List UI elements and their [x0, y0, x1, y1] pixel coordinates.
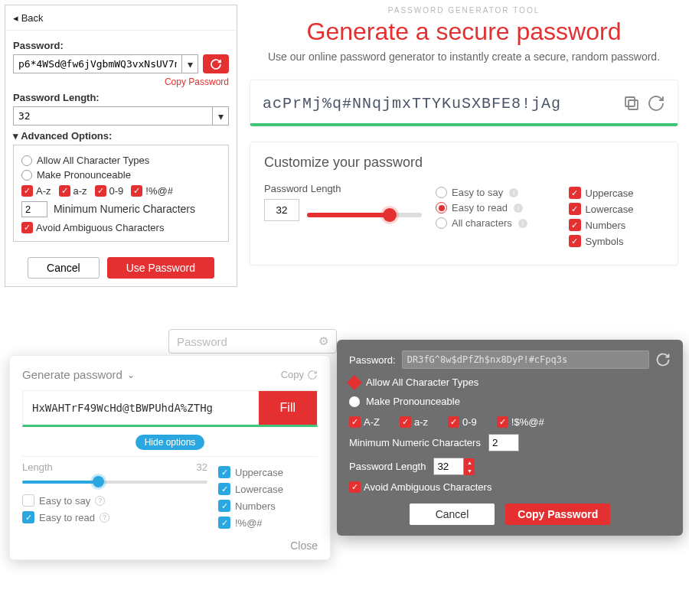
radio-icon — [21, 155, 32, 166]
check-icon: ✓ — [569, 203, 581, 215]
radio-selected-icon — [347, 375, 362, 390]
radio-icon — [436, 217, 447, 229]
password-placeholder: Password — [177, 335, 227, 348]
check-icon: ✓ — [448, 416, 459, 428]
cancel-button[interactable]: Cancel — [28, 257, 100, 279]
check-icon: ✓ — [497, 416, 508, 428]
radio-easy-read[interactable]: Easy to readi — [436, 202, 555, 213]
checkbox-numbers[interactable]: ✓Numbers — [569, 219, 664, 231]
length-field-label: Password Length: — [13, 92, 229, 103]
radio-allow-all[interactable]: Allow All Character Types — [349, 376, 671, 388]
check-icon: ✓ — [569, 219, 581, 231]
back-button[interactable]: ◂ Back — [13, 12, 44, 24]
checkbox-avoid-ambiguous[interactable]: ✓Avoid Ambiguous Characters — [21, 222, 220, 233]
copy-button[interactable]: Copy — [281, 369, 318, 380]
check-icon: ✓ — [218, 500, 230, 512]
checkbox-numbers[interactable]: ✓0-9 — [95, 185, 124, 197]
checkbox-symbols[interactable]: ✓!$%@# — [497, 416, 544, 428]
check-icon: ✓ — [131, 185, 142, 197]
checkbox-symbols[interactable]: ✓!%@# — [218, 517, 318, 529]
check-icon: ✓ — [21, 222, 33, 233]
checkbox-symbols[interactable]: ✓!%@# — [131, 185, 173, 197]
refresh-icon[interactable] — [655, 352, 671, 367]
check-icon: ✓ — [569, 187, 581, 199]
password-field[interactable]: Password ⚙ — [168, 329, 337, 354]
check-icon: ✓ — [218, 466, 230, 478]
checkbox-numbers[interactable]: ✓0-9 — [448, 416, 477, 428]
checkbox-uppercase[interactable]: ✓A-z — [21, 185, 51, 197]
use-password-button[interactable]: Use Password — [107, 257, 214, 279]
stepper-down-icon[interactable]: ▼ — [464, 467, 475, 475]
checkbox-lowercase[interactable]: ✓Lowercase — [218, 483, 318, 495]
checkbox-lowercase[interactable]: ✓a-z — [59, 185, 87, 197]
check-icon: ✓ — [400, 416, 411, 428]
radio-pronounceable[interactable]: Make Pronounceable — [349, 396, 671, 407]
checkbox-avoid-ambiguous[interactable]: ✓Avoid Ambiguous Characters — [349, 481, 671, 493]
generated-password-text: HxWAHTrF49WcHd@tBWPUhdA%ZTHg — [23, 391, 259, 425]
length-slider[interactable] — [307, 213, 422, 217]
length-input[interactable] — [433, 458, 464, 475]
checkbox-numbers[interactable]: ✓Numbers — [218, 500, 318, 512]
length-slider[interactable] — [22, 481, 207, 484]
radio-icon — [21, 170, 32, 181]
regenerate-button[interactable] — [203, 54, 229, 73]
min-numeric-input[interactable] — [21, 201, 47, 217]
advanced-options-header[interactable]: ▾ Advanced Options: — [13, 130, 229, 142]
length-input[interactable] — [13, 106, 212, 125]
checkbox-lowercase[interactable]: ✓Lowercase — [569, 203, 664, 215]
check-icon: ✓ — [218, 483, 230, 495]
password-generator-dark-popup: Password: DR3fG^8w$dPfZh$nx8DyP!#cFpq3s … — [337, 340, 683, 536]
page-subtitle: Use our online password generator to ins… — [245, 51, 683, 63]
check-icon: ✓ — [21, 185, 33, 197]
stepper-up-icon[interactable]: ▲ — [464, 458, 475, 467]
chevron-down-icon[interactable]: ⌄ — [127, 370, 135, 380]
length-dropdown[interactable]: ▾ — [212, 106, 229, 125]
checkbox-easy-say[interactable]: ✓Easy to say? — [22, 494, 207, 507]
length-stepper[interactable]: ▲▼ — [433, 458, 475, 475]
checkbox-lowercase[interactable]: ✓a-z — [400, 416, 428, 428]
check-icon: ✓ — [218, 517, 230, 529]
check-icon: ✓ — [349, 481, 361, 493]
checkbox-easy-read[interactable]: ✓Easy to read? — [22, 511, 207, 523]
check-icon: ✓ — [22, 511, 34, 523]
info-icon[interactable]: i — [514, 204, 523, 213]
info-icon[interactable]: i — [518, 219, 527, 228]
copy-password-button[interactable]: Copy Password — [505, 504, 610, 525]
svg-rect-0 — [629, 100, 638, 109]
checkbox-uppercase[interactable]: ✓Uppercase — [218, 466, 318, 478]
length-input[interactable] — [264, 199, 299, 221]
radio-allow-all[interactable]: Allow All Character Types — [21, 155, 220, 166]
info-icon[interactable]: i — [509, 188, 518, 197]
password-field-label: Password: — [13, 40, 229, 51]
close-button[interactable]: Close — [22, 539, 318, 552]
help-icon[interactable]: ? — [100, 513, 109, 523]
checkbox-uppercase[interactable]: ✓Uppercase — [569, 187, 664, 199]
help-icon[interactable]: ? — [95, 496, 105, 506]
copy-password-link[interactable]: Copy Password — [13, 77, 229, 87]
gear-icon[interactable]: ⚙ — [318, 334, 328, 348]
check-icon: ✓ — [349, 416, 361, 428]
hide-options-toggle[interactable]: Hide options — [136, 435, 205, 450]
length-value: 32 — [197, 461, 207, 473]
min-numeric-label: Minimum Numeric Characters — [54, 203, 195, 215]
password-dropdown[interactable]: ▾ — [181, 54, 198, 73]
cancel-button[interactable]: Cancel — [410, 504, 495, 525]
checkbox-symbols[interactable]: ✓Symbols — [569, 235, 664, 247]
password-input[interactable] — [13, 54, 181, 73]
refresh-icon[interactable] — [307, 370, 318, 380]
fill-button[interactable]: Fill — [259, 391, 317, 425]
min-numeric-input[interactable] — [488, 434, 519, 451]
generated-password-text: acPrMj%q#NNqjmxTTYKuSXBFE8!jAg — [263, 95, 616, 112]
radio-easy-say[interactable]: Easy to sayi — [436, 187, 555, 198]
checkbox-uppercase[interactable]: ✓A-Z — [349, 416, 380, 428]
radio-icon — [436, 202, 447, 213]
length-label: Password Length — [264, 183, 422, 194]
copy-icon[interactable] — [622, 94, 641, 112]
radio-pronounceable[interactable]: Make Pronounceable — [21, 169, 220, 181]
min-numeric-label: Minimum Numeric Characters — [349, 437, 481, 448]
chevron-down-icon: ▾ — [188, 58, 193, 70]
password-display[interactable]: DR3fG^8w$dPfZh$nx8DyP!#cFpq3s — [402, 350, 649, 369]
radio-all-chars[interactable]: All charactersi — [436, 217, 555, 229]
refresh-icon[interactable] — [647, 94, 665, 112]
check-icon: ✓ — [22, 494, 34, 507]
